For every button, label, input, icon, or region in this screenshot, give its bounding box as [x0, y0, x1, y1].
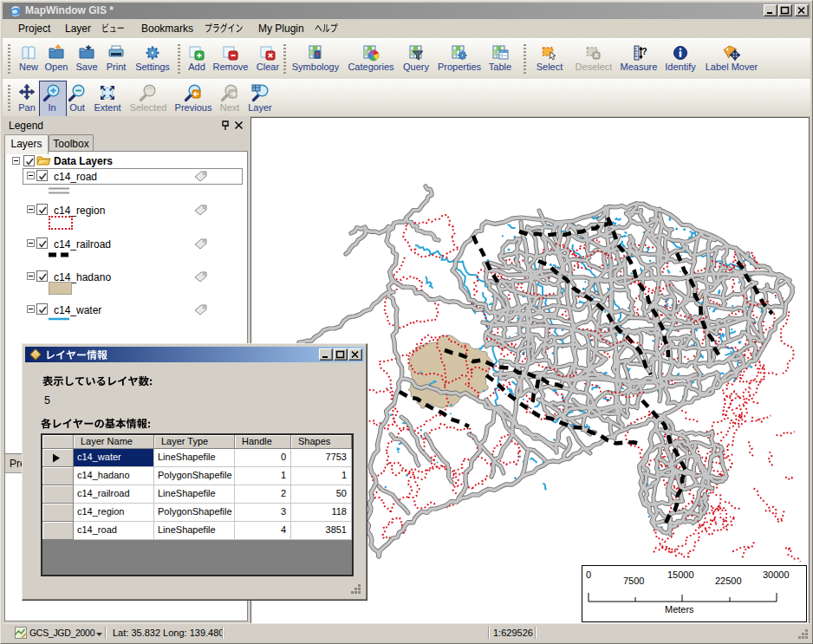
svg-text:?: ? — [642, 47, 647, 56]
